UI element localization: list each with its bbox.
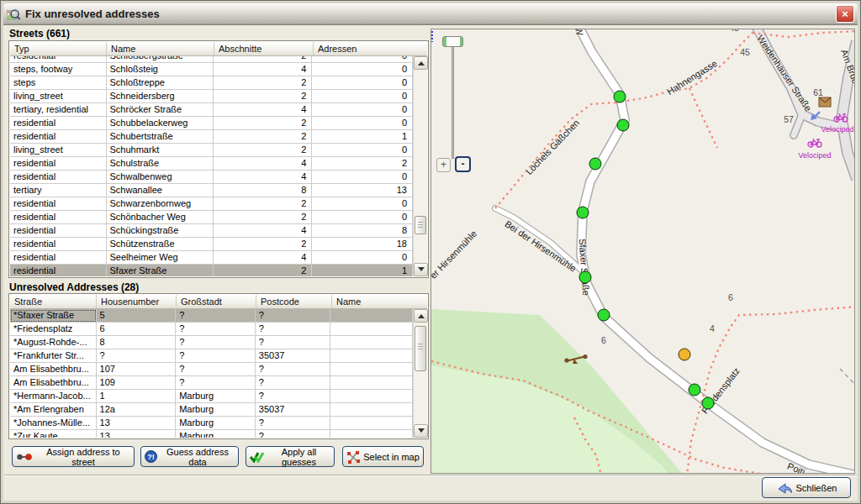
table-row[interactable]: *Zur Kaute13Marburg? — [10, 430, 413, 438]
table-row[interactable]: residentialSchwarzenbornweg20 — [10, 197, 413, 211]
table-row[interactable]: tertiarySchwanallee813 — [10, 184, 413, 197]
column-header-typ[interactable]: Typ — [10, 42, 107, 55]
column-header-strasse[interactable]: Straße — [10, 295, 97, 308]
table-row[interactable]: residentialSeelheimer Weg40 — [10, 251, 413, 265]
table-row[interactable]: living_streetSchuhmarkt20 — [10, 144, 413, 157]
table-cell: residential — [10, 224, 107, 238]
scroll-up-icon[interactable] — [414, 56, 428, 70]
table-cell: *August-Rohde-... — [10, 336, 97, 349]
housenumber-label: 57 — [784, 114, 794, 124]
table-cell: Schröcker Straße — [107, 103, 214, 117]
table-cell: Seelheimer Weg — [107, 251, 214, 265]
table-cell: 0 — [312, 144, 413, 157]
table-cell: ? — [256, 376, 331, 390]
table-cell: *Sfaxer Straße — [10, 309, 97, 323]
dialog-content: Streets (661) Typ Name Abschnitte Adress… — [3, 25, 858, 501]
table-cell — [330, 430, 413, 438]
table-cell: Schönbacher Weg — [107, 211, 214, 224]
table-cell — [330, 390, 413, 403]
addresses-scroll-thumb[interactable] — [415, 326, 426, 371]
table-row[interactable]: living_streetSchneidersberg20 — [10, 90, 413, 103]
table-cell: *Hermann-Jacob... — [10, 390, 97, 403]
table-row[interactable]: residentialSchulstraße42 — [10, 157, 413, 171]
close-icon[interactable]: × — [836, 5, 854, 23]
addresses-section-title: Unresolved Addresses (28) — [9, 281, 139, 293]
table-row[interactable]: steps, footwaySchloßsteig40 — [10, 63, 413, 76]
table-cell: tertiary, residential — [10, 103, 107, 117]
table-row[interactable]: tertiary, residentialSchröcker Straße40 — [10, 103, 413, 117]
guess-address-data-button[interactable]: ?! Guess address data — [140, 446, 239, 467]
table-cell: 18 — [312, 238, 413, 251]
map-canvas[interactable]: Löchels GäßchenHahnengasseWeidenhäuser S… — [430, 29, 855, 474]
scroll-up-icon[interactable] — [414, 309, 428, 323]
table-cell: 0 — [312, 56, 413, 63]
streets-scrollbar[interactable] — [413, 56, 427, 276]
table-row[interactable]: *Friedensplatz6?? — [10, 323, 413, 336]
zoom-out-button[interactable]: - — [455, 156, 471, 172]
table-cell: 0 — [312, 211, 413, 224]
table-row[interactable]: residentialSchloßbergstraße20 — [10, 56, 413, 63]
table-row[interactable]: residentialSfaxer Straße21 — [10, 265, 413, 276]
zoom-slider-track[interactable] — [452, 41, 454, 159]
streets-scroll-thumb[interactable] — [415, 216, 426, 234]
column-header-postcode[interactable]: Postcode — [256, 295, 332, 308]
close-dialog-button[interactable]: Schließen — [762, 477, 851, 498]
scroll-down-icon[interactable] — [414, 424, 428, 438]
table-cell — [330, 349, 413, 363]
table-cell: 35037 — [256, 403, 331, 417]
table-cell: Marburg — [176, 417, 256, 430]
title-bar[interactable]: Fix unresolved addresses × — [3, 3, 858, 25]
address-node-marker — [577, 207, 589, 219]
table-row[interactable]: residentialSchückingstraße48 — [10, 224, 413, 238]
column-header-adressen[interactable]: Adressen — [314, 42, 415, 55]
table-row[interactable]: residentialSchönbacher Weg20 — [10, 211, 413, 224]
housenumber-label: 6 — [728, 292, 733, 302]
table-cell: 0 — [312, 251, 413, 265]
map-base-layer — [431, 29, 855, 474]
streets-section-title: Streets (661) — [9, 28, 70, 39]
table-cell: ? — [176, 336, 256, 349]
zoom-slider-handle[interactable] — [442, 36, 463, 47]
assign-address-to-street-button[interactable]: Assign address to street — [12, 446, 135, 467]
table-row[interactable]: *Am Erlengraben12aMarburg35037 — [10, 403, 413, 417]
table-cell: 2 — [214, 211, 313, 224]
table-row[interactable]: residentialSchwalbenweg40 — [10, 171, 413, 184]
table-cell: ? — [256, 417, 331, 430]
apply-all-guesses-button[interactable]: Apply all guesses — [246, 446, 335, 467]
table-row[interactable]: Am Elisabethbru...107?? — [10, 363, 413, 376]
table-cell: 4 — [214, 103, 313, 117]
addresses-scrollbar[interactable] — [413, 309, 427, 438]
table-row[interactable]: residentialSchützenstraße218 — [10, 238, 413, 251]
table-row[interactable]: residentialSchubbelackerweg20 — [10, 117, 413, 130]
table-cell: Sfaxer Straße — [107, 265, 214, 276]
column-header-grossstadt[interactable]: Großstadt — [177, 295, 256, 308]
table-cell: 2 — [214, 144, 313, 157]
table-cell: *Am Erlengraben — [10, 403, 97, 417]
table-cell: 2 — [214, 197, 313, 211]
table-row[interactable]: *August-Rohde-...8?? — [10, 336, 413, 349]
housenumber-label: 4 — [710, 323, 715, 333]
table-cell: 4 — [214, 224, 313, 238]
table-row[interactable]: *Frankfurter Str...??35037 — [10, 349, 413, 363]
column-header-housenumber[interactable]: Housenumber — [97, 295, 177, 308]
address-node-marker — [589, 158, 602, 171]
table-cell — [330, 336, 413, 349]
table-cell: 2 — [214, 76, 313, 90]
column-header-name[interactable]: Name — [107, 42, 214, 55]
link-nodes-icon — [16, 452, 33, 462]
table-row[interactable]: Am Elisabethbru...109?? — [10, 376, 413, 390]
table-row[interactable]: stepsSchloßtreppe20 — [10, 76, 413, 90]
table-cell: Schützenstraße — [107, 238, 214, 251]
table-cell: 2 — [214, 90, 313, 103]
table-row[interactable]: *Hermann-Jacob...1Marburg? — [10, 390, 413, 403]
table-row[interactable]: *Johannes-Mülle...13Marburg? — [10, 417, 413, 430]
zoom-in-button[interactable]: + — [436, 158, 451, 172]
addresses-table-body: *Sfaxer Straße5??*Friedensplatz6??*Augus… — [10, 309, 413, 438]
table-cell: 8 — [312, 224, 413, 238]
table-row[interactable]: *Sfaxer Straße5?? — [10, 309, 413, 323]
column-header-name[interactable]: Name — [332, 295, 415, 308]
table-row[interactable]: residentialSchubertstraße21 — [10, 130, 413, 144]
scroll-down-icon[interactable] — [414, 263, 428, 276]
select-in-map-button[interactable]: Select in map — [342, 446, 424, 467]
column-header-abschnitte[interactable]: Abschnitte — [214, 42, 314, 55]
